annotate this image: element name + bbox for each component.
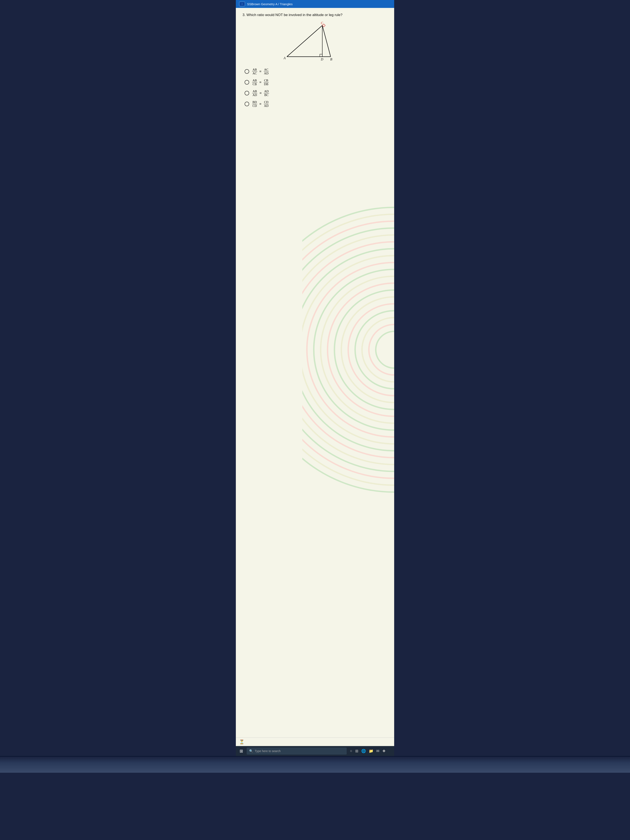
answer-choice-d[interactable]: BD CD = CD AD — [245, 100, 387, 107]
svg-point-14 — [302, 235, 394, 464]
fraction-eq-a: AB AC = AC AD — [252, 68, 269, 75]
clock-icon: ⏳ — [239, 739, 245, 744]
svg-point-5 — [341, 297, 394, 403]
svg-point-3 — [355, 311, 394, 389]
fraction-bd-cd: BD CD — [252, 100, 257, 107]
svg-point-15 — [302, 228, 394, 472]
svg-point-17 — [302, 215, 394, 485]
taskbar-icons: ○ ⊞ 🌐 📁 ✉ ❖ — [350, 749, 385, 753]
svg-point-6 — [335, 290, 394, 409]
svg-point-12 — [302, 249, 394, 451]
edge-icon[interactable]: 🌐 — [361, 749, 366, 753]
radio-d[interactable] — [245, 102, 249, 106]
answer-choice-b[interactable]: AB CB = CB DB — [245, 79, 387, 86]
fraction-ad-bc: AD BC — [264, 90, 269, 97]
taskbar-search-box[interactable]: 🔍 Type here to search — [247, 747, 347, 755]
file-explorer-icon[interactable]: 📁 — [369, 749, 373, 753]
fraction-ab-cb: AB CB — [252, 79, 257, 86]
title-bar: − SSBrown Geometry A / Triangles — [236, 0, 394, 8]
fraction-eq-c: AB AD = AD BC — [252, 90, 269, 97]
svg-point-13 — [302, 242, 394, 458]
svg-point-0 — [376, 332, 394, 368]
svg-text:A: A — [283, 56, 286, 60]
fraction-cb-db: CB DB — [264, 79, 269, 86]
svg-text:B: B — [330, 57, 332, 61]
svg-point-4 — [348, 304, 394, 396]
bottom-area: ⏳ — [236, 737, 394, 746]
extra-icon[interactable]: ❖ — [382, 749, 385, 753]
taskbar: ⊞ 🔍 Type here to search ○ ⊞ 🌐 📁 ✉ ❖ — [236, 746, 394, 756]
answer-choice-c[interactable]: AB AD = AD BC — [245, 90, 387, 97]
svg-point-18 — [302, 207, 394, 492]
mail-icon[interactable]: ✉ — [376, 749, 379, 753]
laptop-bottom-bezel — [0, 756, 630, 773]
svg-line-20 — [322, 25, 331, 57]
window-title: SSBrown Geometry A / Triangles — [247, 2, 292, 6]
svg-point-1 — [369, 324, 394, 375]
search-placeholder[interactable]: Type here to search — [255, 749, 281, 753]
svg-point-11 — [302, 256, 394, 444]
fraction-eq-b: AB CB = CB DB — [252, 79, 269, 86]
svg-rect-23 — [320, 54, 322, 57]
start-button[interactable]: ⊞ — [237, 747, 245, 755]
fraction-cd-ad: CD AD — [264, 100, 269, 107]
widgets-icon[interactable]: ⊞ — [355, 749, 358, 753]
svg-point-7 — [327, 283, 394, 416]
svg-text:D: D — [321, 57, 323, 61]
window-icon: − — [239, 2, 245, 6]
fraction-ab-ad: AB AD — [252, 90, 257, 97]
radio-b[interactable] — [245, 80, 249, 85]
background-decoration: .swirl-path { fill: none; stroke-width: … — [302, 8, 394, 737]
triangle-diagram: C A D B — [283, 21, 341, 63]
content-area: .swirl-path { fill: none; stroke-width: … — [236, 8, 394, 737]
radio-c[interactable] — [245, 91, 249, 95]
svg-point-2 — [362, 317, 394, 382]
fraction-eq-d: BD CD = CD AD — [252, 100, 269, 107]
fraction-ab-ac: AB AC — [252, 68, 257, 75]
answer-choice-a[interactable]: AB AC = AC AD — [245, 68, 387, 75]
svg-line-19 — [287, 25, 322, 57]
svg-text:C: C — [321, 21, 323, 25]
answer-choices: AB AC = AC AD AB CB — [245, 68, 387, 107]
svg-point-8 — [321, 276, 394, 423]
search-icon: 🔍 — [249, 749, 253, 753]
fraction-ac-ad: AC AD — [264, 68, 269, 75]
diagram-container: C A D B — [236, 21, 387, 63]
question-text: 3. Which ratio would NOT be involved in … — [243, 13, 387, 17]
radio-a[interactable] — [245, 69, 249, 74]
task-view-icon[interactable]: ○ — [350, 749, 352, 753]
svg-point-10 — [307, 262, 394, 437]
svg-point-9 — [314, 269, 394, 430]
svg-point-16 — [302, 221, 394, 478]
